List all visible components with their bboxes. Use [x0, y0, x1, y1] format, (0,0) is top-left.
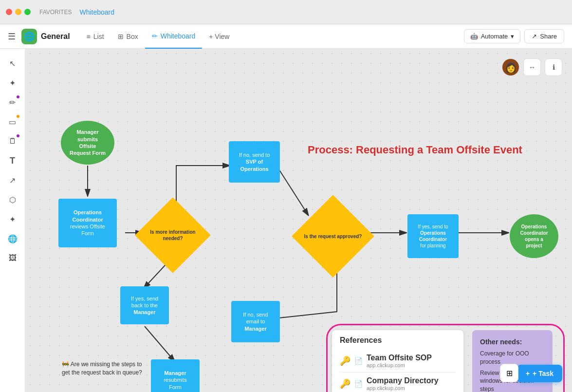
more-info-label: Is more information needed? — [146, 229, 200, 242]
rectangle-icon: ▭ — [9, 117, 16, 127]
fit-icon: ↔ — [529, 63, 535, 71]
image-tool[interactable]: 🖼 — [4, 249, 21, 267]
ref-sop-title: Team Offsite SOP — [367, 354, 432, 362]
svp-label: If no, send to SVP of Operations — [237, 149, 272, 174]
ops-opens-label: Operations Coordinator opens a project — [518, 222, 550, 251]
share-icon: ↗ — [532, 33, 537, 40]
note-dot — [17, 134, 19, 137]
ref-item-sop[interactable]: 🔑 📄 Team Offsite SOP app.clickup.com — [340, 350, 456, 373]
approved-label: Is the request approved? — [304, 233, 362, 239]
automate-button[interactable]: 🤖 Automate ▾ — [464, 29, 521, 43]
star-tool[interactable]: ✦ — [4, 210, 21, 228]
ops-coordinator-label: Operations Coordinator reviews Offsite F… — [68, 207, 107, 239]
manager-submits-label: Manager submits Offsite Request Form — [68, 127, 108, 158]
svg-line-4 — [277, 166, 308, 214]
node-ops-planning[interactable]: If yes, send to Operations Coordinator f… — [407, 214, 459, 258]
magic-tool[interactable]: ✦ — [4, 74, 21, 92]
connector-icon: ↗ — [9, 176, 16, 185]
whiteboard-nav-item[interactable]: ✏ Whiteboard — [145, 24, 203, 49]
node-manager-submits[interactable]: Manager submits Offsite Request Form — [61, 121, 114, 165]
whiteboard-canvas[interactable]: Process: Requesting a Team Offsite Event… — [25, 49, 572, 392]
node-more-info-diamond[interactable]: Is more information needed? — [135, 197, 211, 273]
left-toolbar: ↖ ✦ ✏ ▭ 🗒 T ↗ ⬡ ✦ 🌐 🖼 — [0, 49, 25, 392]
canvas-title: Process: Requesting a Team Offsite Event — [308, 144, 522, 156]
text-icon: T — [10, 156, 15, 166]
workspace-name: General — [41, 32, 70, 41]
magic-icon: ✦ — [9, 78, 16, 88]
fullscreen-button[interactable] — [24, 9, 31, 15]
automate-icon: 🤖 — [470, 33, 478, 40]
node-svp-operations[interactable]: If no, send to SVP of Operations — [229, 141, 280, 183]
whiteboard-tab[interactable]: Whiteboard — [79, 8, 114, 16]
globe-tool[interactable]: 🌐 — [4, 230, 21, 247]
box-icon: ⊞ — [118, 33, 124, 40]
ref-dir-url: app.clickup.com — [367, 385, 439, 391]
pen-tool[interactable]: ✏ — [4, 93, 21, 111]
avatar-icon: 👩 — [505, 61, 517, 73]
manager-resubmits-label: Manager resubmits Form — [162, 368, 189, 392]
rect-dot — [17, 115, 19, 118]
minimize-button[interactable] — [15, 9, 21, 15]
canvas-controls: 👩 ↔ ℹ — [502, 58, 562, 76]
share-button[interactable]: ↗ Share — [524, 29, 564, 43]
node-manager-resubmits[interactable]: Manager resubmits Form — [151, 359, 200, 392]
task-label: + Task — [533, 370, 554, 377]
nav-items: ≡ List ⊞ Box ✏ Whiteboard + View — [80, 24, 237, 49]
file-icon-2: 📄 — [354, 380, 363, 388]
view-nav-item[interactable]: + View — [202, 24, 236, 49]
ref-dir-title: Company Directory — [367, 376, 439, 385]
titlebar: FAVORITES Whiteboard — [0, 0, 572, 24]
note-icon: 🗒 — [9, 137, 17, 146]
text-tool[interactable]: T — [4, 152, 21, 169]
ref-sop-url: app.clickup.com — [367, 362, 432, 368]
node-ops-coordinator-reviews[interactable]: Operations Coordinator reviews Offsite F… — [58, 199, 117, 247]
notes-box: Other needs: Coverage for OOO process Re… — [472, 330, 553, 392]
notes-title: Other needs: — [480, 338, 545, 346]
ref-item-directory[interactable]: 🔑 📄 Company Directory app.clickup.com — [340, 373, 456, 392]
node-ops-coordinator-opens[interactable]: Operations Coordinator opens a project — [510, 214, 558, 258]
hamburger-icon[interactable]: ☰ — [8, 31, 16, 42]
grid-icon: ⊞ — [506, 369, 513, 378]
box-nav-item[interactable]: ⊞ Box — [111, 24, 145, 49]
star-icon: ✦ — [9, 215, 16, 224]
globe-icon: 🌐 — [8, 234, 18, 243]
node-send-back-manager[interactable]: If yes, send back to the Manager — [120, 286, 169, 324]
task-button[interactable]: + + Task — [517, 365, 562, 382]
list-icon: ≡ — [87, 33, 91, 40]
pen-dot — [17, 95, 19, 98]
note-bottom-left: 🚧 Are we missing the steps to get the re… — [62, 360, 145, 377]
grid-button[interactable]: ⊞ — [500, 364, 518, 382]
topnav: ☰ 🌐 General ≡ List ⊞ Box ✏ Whiteboard + … — [0, 24, 572, 49]
fit-view-button[interactable]: ↔ — [523, 58, 541, 76]
file-icon-1: 📄 — [354, 357, 363, 365]
email-manager-label: If no, send email to Manager — [241, 309, 270, 334]
key-icon-2: 🔑 — [340, 378, 351, 389]
connector-tool[interactable]: ↗ — [4, 171, 21, 189]
automate-label: Automate — [481, 33, 508, 40]
view-label: + View — [209, 33, 229, 40]
favorites-label: FAVORITES — [39, 9, 72, 16]
chevron-down-icon: ▾ — [511, 33, 514, 40]
node-email-manager[interactable]: If no, send email to Manager — [231, 301, 280, 342]
node-approved-diamond[interactable]: Is the request approved? — [292, 195, 374, 278]
close-button[interactable] — [6, 9, 12, 15]
ops-planning-label: If yes, send to Operations Coordinator f… — [416, 222, 450, 251]
image-icon: 🖼 — [9, 254, 17, 262]
cursor-tool[interactable]: ↖ — [4, 55, 21, 72]
avatar-button[interactable]: 👩 — [502, 58, 519, 76]
network-tool[interactable]: ⬡ — [4, 191, 21, 208]
references-box: References 🔑 📄 Team Offsite SOP app.clic… — [332, 330, 463, 392]
send-back-label: If yes, send back to the Manager — [129, 293, 160, 318]
cursor-icon: ↖ — [9, 59, 16, 68]
info-button[interactable]: ℹ — [545, 58, 562, 76]
pen-icon: ✏ — [9, 98, 16, 107]
svg-line-3 — [145, 326, 174, 360]
whiteboard-label: Whiteboard — [161, 32, 196, 40]
main-area: ↖ ✦ ✏ ▭ 🗒 T ↗ ⬡ ✦ 🌐 🖼 — [0, 49, 572, 392]
list-nav-item[interactable]: ≡ List — [80, 24, 111, 49]
workspace-icon: 🌐 — [21, 29, 37, 44]
box-label: Box — [127, 33, 138, 40]
traffic-lights — [6, 9, 31, 15]
note-tool[interactable]: 🗒 — [4, 132, 21, 150]
rectangle-tool[interactable]: ▭ — [4, 113, 21, 131]
